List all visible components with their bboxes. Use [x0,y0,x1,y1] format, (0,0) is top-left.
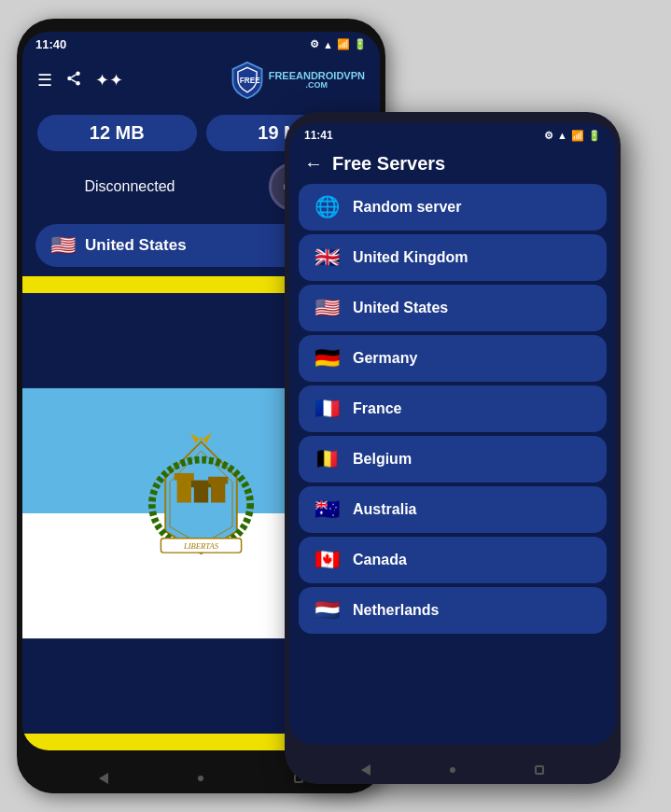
svg-rect-10 [177,478,191,503]
back-nav-icon[interactable] [99,773,108,784]
server-name-label: France [353,400,401,417]
server-item[interactable]: 🇬🇧United Kingdom [299,234,607,281]
settings-icon: ⚙ [310,38,319,50]
phone2-nav-bar [285,756,621,784]
server-name-label: Germany [353,350,417,367]
signal-icon: ▲ [323,39,333,50]
status-icons-phone2: ⚙ ▲ 📶 🔋 [544,130,601,142]
svg-point-2 [76,81,80,86]
status-icons-phone1: ⚙ ▲ 📶 🔋 [310,38,367,50]
phone2-header: ← Free Servers [289,146,616,184]
logo-area: FREE FREEANDROIDVPN .COM [230,61,365,100]
svg-rect-14 [211,482,225,503]
nav-icons: ☰ ✦✦ [37,70,123,91]
svg-point-0 [76,71,80,76]
scene: 11:40 ⚙ ▲ 📶 🔋 ☰ [0,0,671,812]
server-name-label: United Kingdom [353,249,468,266]
svg-line-3 [71,79,76,82]
server-item[interactable]: 🇩🇪Germany [299,335,607,382]
server-name-label: Netherlands [353,602,439,619]
server-item[interactable]: 🌐Random server [299,184,607,231]
back-nav-icon-p2[interactable] [361,764,370,776]
phone2-screen: 11:41 ⚙ ▲ 📶 🔋 ← Free Servers 🌐Random ser… [289,123,616,745]
settings-icon-p2: ⚙ [544,130,553,142]
server-flag-icon: 🇫🇷 [314,397,340,421]
svg-line-4 [71,74,76,77]
svg-point-1 [67,76,72,80]
server-flag-icon: 🌐 [314,195,340,219]
logo-text: FREEANDROIDVPN .COM [269,70,365,91]
status-bar-phone1: 11:40 ⚙ ▲ 📶 🔋 [22,32,380,55]
signal-icon-p2: ▲ [557,130,567,141]
server-flag-icon: 🇨🇦 [314,548,340,572]
server-name-label: Canada [353,552,407,568]
time-phone1: 11:40 [35,37,66,51]
server-name-label: Belgium [353,451,412,468]
wifi-icon: 📶 [337,38,350,50]
battery-icon: 🔋 [354,38,367,50]
server-flag-icon: 🇩🇪 [314,346,340,371]
server-item[interactable]: 🇨🇦Canada [299,537,607,583]
server-name-label: United States [353,300,448,316]
home-nav-icon[interactable] [198,776,203,781]
back-button[interactable]: ← [304,153,323,175]
wifi-icon-p2: 📶 [571,130,584,142]
recents-nav-icon-p2[interactable] [535,765,544,775]
menu-icon[interactable]: ☰ [37,70,52,91]
server-item[interactable]: 🇫🇷France [299,385,607,432]
svg-text:LIBERTAS: LIBERTAS [183,541,219,551]
server-item[interactable]: 🇧🇪Belgium [299,436,607,483]
logo-shield-icon: FREE [230,61,265,100]
server-item[interactable]: 🇦🇺Australia [299,486,607,533]
server-item[interactable]: 🇳🇱Netherlands [299,587,607,634]
status-bar-phone2: 11:41 ⚙ ▲ 📶 🔋 [289,123,616,146]
home-nav-icon-p2[interactable] [450,767,455,773]
connection-status: Disconnected [85,178,175,195]
server-flag-icon: 🇬🇧 [314,245,340,270]
data-left: 12 MB [37,115,197,151]
page-title: Free Servers [332,153,445,175]
favorites-icon[interactable]: ✦✦ [95,70,123,91]
svg-rect-11 [175,473,194,481]
svg-rect-15 [208,477,228,484]
share-icon[interactable] [65,70,82,91]
server-list: 🌐Random server🇬🇧United Kingdom🇺🇸United S… [289,184,616,745]
server-item[interactable]: 🇺🇸United States [299,285,607,331]
country-flag: 🇺🇸 [50,233,76,258]
svg-text:FREE: FREE [239,77,259,85]
server-flag-icon: 🇳🇱 [314,598,340,623]
server-flag-icon: 🇦🇺 [314,497,340,522]
svg-rect-13 [191,481,211,488]
top-nav-phone1: ☰ ✦✦ FREE [22,55,380,105]
server-name-label: Random server [353,199,462,216]
battery-icon-p2: 🔋 [588,130,601,142]
server-flag-icon: 🇺🇸 [314,296,340,320]
time-phone2: 11:41 [304,129,333,142]
phone2: 11:41 ⚙ ▲ 📶 🔋 ← Free Servers 🌐Random ser… [285,112,621,784]
server-name-label: Australia [353,501,416,518]
server-flag-icon: 🇧🇪 [314,447,340,471]
